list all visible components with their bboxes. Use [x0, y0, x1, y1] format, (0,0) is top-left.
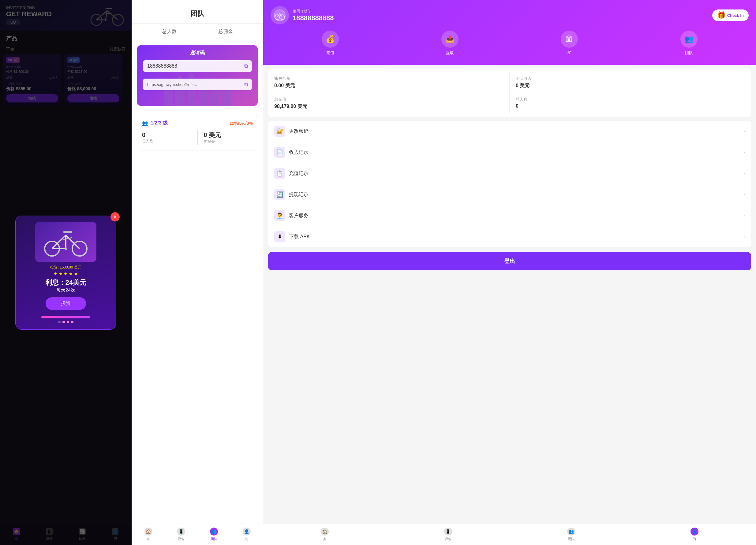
mid-home-icon: 🏠: [144, 528, 152, 536]
modal-bike-bg: [35, 222, 96, 262]
qa-recharge[interactable]: 💰 充值: [322, 31, 339, 56]
right-nav-device-label: 设备: [445, 537, 451, 541]
mid-device-icon: 📱: [177, 528, 185, 536]
mine-label: 矿: [567, 50, 571, 56]
recharge-records-label: 充值记录: [289, 170, 740, 177]
right-nav-profile[interactable]: 👤 的: [633, 524, 756, 545]
invite-code-box: 18888888888 ⧉: [143, 60, 252, 72]
modal-invest-label: 投资: 1500.00 美元: [22, 265, 110, 270]
qa-team[interactable]: 👥 团队: [680, 31, 698, 56]
right-team-icon: 👥: [567, 528, 575, 536]
mid-panel: 团队 总人数 总佣金 邀请码 18888888888 ⧉ https://xg.…: [132, 0, 263, 545]
copy-code-icon[interactable]: ⧉: [244, 63, 248, 69]
stat-balance: 账户余额 0.00 美元: [268, 72, 510, 93]
menu-income-records[interactable]: 📄 收入记录 ›: [268, 142, 751, 163]
menu-change-password[interactable]: 🔐 更改密码 ›: [268, 121, 751, 142]
total-count-label: 总人数: [142, 139, 191, 144]
stats-grid: 账户余额 0.00 美元 团队收入 0 美元 总充值 98,179.00 美元 …: [268, 69, 751, 117]
mid-profile-icon: 👤: [243, 528, 251, 536]
dot-2: [62, 321, 65, 323]
qa-withdraw[interactable]: 📤 提取: [441, 31, 458, 56]
modal-stars: ★ ★ ★ ★ ★: [22, 271, 110, 276]
total-recharge-value: 98,179.00 美元: [274, 103, 503, 110]
chevron-icon-1: ›: [743, 129, 745, 134]
mine-icon: 🏛: [561, 31, 578, 48]
mid-stats: 总人数 总佣金: [132, 24, 263, 40]
user-info: 编号:代码 18888888888: [271, 6, 334, 24]
change-password-icon: 🔐: [274, 126, 285, 137]
total-count-value: 0: [142, 132, 191, 139]
invite-card: 邀请码 18888888888 ⧉ https://xg.hwym.shop?r…: [137, 45, 258, 106]
income-records-icon: 📄: [274, 147, 285, 158]
withdraw-records-icon: 🔄: [274, 189, 285, 200]
mid-nav-device[interactable]: 📱 设备: [165, 524, 197, 545]
user-details: 编号:代码 18888888888: [293, 9, 334, 22]
user-avatar: [271, 6, 289, 24]
mid-nav-device-label: 设备: [178, 537, 185, 541]
invite-link-box: https://xg.hwym.shop?ref=... ⧉: [143, 79, 252, 90]
mid-title: 团队: [132, 0, 263, 24]
balance-stat-label: 账户余额: [274, 76, 503, 81]
modal-close-button[interactable]: ×: [110, 212, 120, 222]
invite-title: 邀请码: [137, 50, 258, 56]
code-label: 编号:代码: [293, 9, 334, 14]
svg-point-17: [65, 248, 67, 250]
modal-progress-bar: [22, 316, 110, 318]
modal-invest-button[interactable]: 投资: [46, 297, 86, 310]
mid-nav-home-label: 家: [147, 537, 150, 541]
right-nav-team-label: 团队: [568, 537, 574, 541]
investment-modal: × 投资: 1500.00 美: [15, 216, 116, 330]
download-apk-icon: ⬇: [274, 231, 285, 242]
total-users-value: 0: [516, 103, 745, 109]
balance-stat-value: 0.00 美元: [274, 83, 503, 89]
user-number: 18888888888: [293, 14, 334, 22]
right-home-icon: 🏠: [321, 528, 329, 536]
commission-col: 0 美元 委员会: [204, 131, 253, 144]
change-password-label: 更改密码: [289, 128, 740, 135]
modal-dots: [22, 321, 110, 323]
recharge-icon: 💰: [322, 31, 339, 48]
mid-nav-team[interactable]: 👥 团队: [197, 524, 230, 545]
menu-customer-service[interactable]: 👨‍💼 客户服务 ›: [268, 205, 751, 226]
svg-rect-16: [63, 231, 72, 233]
mid-bottom-nav: 🏠 家 📱 设备 👥 团队 👤 的: [132, 524, 263, 545]
right-nav-device[interactable]: 📱 设备: [387, 524, 510, 545]
total-recharge-label: 总充值: [274, 97, 503, 102]
mid-nav-profile[interactable]: 👤 的: [230, 524, 263, 545]
qa-mine[interactable]: 🏛 矿: [561, 31, 578, 56]
right-scroll-area: 账户余额 0.00 美元 团队收入 0 美元 总充值 98,179.00 美元 …: [263, 65, 756, 524]
modal-bike-area: [22, 222, 110, 262]
mid-nav-home[interactable]: 🏠 家: [132, 524, 165, 545]
right-nav-home[interactable]: 🏠 家: [263, 524, 387, 545]
commission-value: 0 美元: [204, 131, 253, 139]
invite-code: 18888888888: [147, 63, 177, 69]
menu-list: 🔐 更改密码 › 📄 收入记录 › 📋 充值记录 › 🔄 提现记录 › 👨‍💼: [268, 121, 751, 247]
menu-withdraw-records[interactable]: 🔄 提现记录 ›: [268, 184, 751, 205]
right-device-icon: 📱: [444, 528, 452, 536]
stat-team-income: 团队收入 0 美元: [510, 72, 751, 93]
gift-icon: 🎁: [717, 11, 725, 19]
income-records-label: 收入记录: [289, 149, 740, 156]
mid-stat-commission: 总佣金: [197, 28, 254, 35]
logout-section: 登出: [268, 252, 751, 271]
recharge-records-icon: 📋: [274, 168, 285, 179]
team-income-label: 团队收入: [516, 76, 745, 81]
check-in-button[interactable]: 🎁 Check In: [712, 9, 749, 21]
dot-1: [58, 321, 61, 323]
right-nav-home-label: 家: [323, 537, 327, 541]
menu-download-apk[interactable]: ⬇ 下载 APK ›: [268, 226, 751, 247]
menu-recharge-records[interactable]: 📋 充值记录 ›: [268, 163, 751, 184]
quick-actions: 💰 充值 📤 提取 🏛 矿 👥 团队: [271, 31, 749, 56]
customer-service-icon: 👨‍💼: [274, 210, 285, 221]
level-title: 👥 1/2/3 级: [142, 120, 168, 126]
right-nav-profile-label: 的: [693, 537, 696, 541]
right-nav-team[interactable]: 👥 团队: [510, 524, 633, 545]
stat-total-users: 总人数 0: [510, 93, 751, 114]
commission-label: 委员会: [204, 139, 253, 144]
progress-fill: [41, 316, 90, 318]
team-qa-label: 团队: [685, 50, 693, 56]
logout-button[interactable]: 登出: [268, 252, 751, 271]
copy-link-icon[interactable]: ⧉: [244, 82, 248, 87]
right-bottom-nav: 🏠 家 📱 设备 👥 团队 👤 的: [263, 524, 756, 545]
stat-total-recharge: 总充值 98,179.00 美元: [268, 93, 510, 114]
